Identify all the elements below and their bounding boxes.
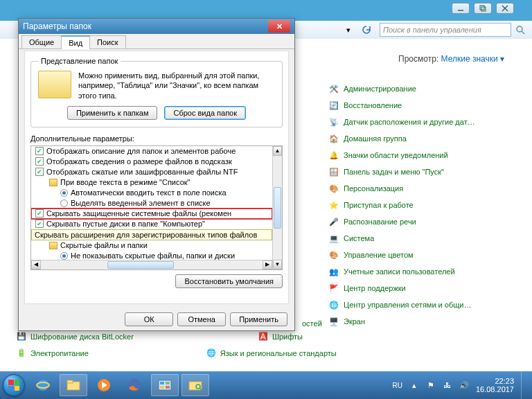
checkbox[interactable]: ✔	[35, 220, 44, 228]
radio[interactable]	[60, 252, 68, 260]
svg-rect-16	[166, 382, 170, 384]
taskbar-control-panel-icon[interactable]	[151, 374, 179, 396]
cp-link-label: Распознавание речи	[344, 218, 416, 226]
refresh-icon[interactable]	[359, 22, 374, 37]
tree-item-label: Скрытые файлы и папки	[60, 241, 148, 249]
tray-flag-icon[interactable]: ⚑	[426, 380, 436, 390]
cp-link-label: Центр поддержки	[344, 284, 406, 292]
cp-link[interactable]: 🎨Персонализация	[328, 180, 522, 197]
view-value[interactable]: Мелкие значки	[441, 54, 498, 64]
language-indicator[interactable]: RU	[392, 382, 402, 389]
window-close-button[interactable]	[496, 3, 514, 14]
category-icon: 🖥️	[328, 316, 339, 327]
dialog-close-button[interactable]: ✕	[268, 20, 290, 33]
tree-item[interactable]: ✔Скрывать защищенные системные файлы (ре…	[31, 209, 272, 219]
cp-link[interactable]: 🏠Домашняя группа	[328, 130, 522, 147]
tree-item[interactable]: ✔Отображать описание для папок и элемент…	[31, 146, 272, 157]
cp-link-label: Значки области уведомлений	[344, 151, 448, 159]
clock-date: 16.08.2017	[476, 385, 514, 393]
advanced-label: Дополнительные параметры:	[30, 134, 283, 143]
cp-link[interactable]: 🪟Панель задач и меню "Пуск"	[328, 163, 522, 180]
reset-folder-view-button[interactable]: Сброс вида папок	[164, 106, 246, 120]
category-icon: 🏠	[328, 133, 339, 144]
scroll-down-icon[interactable]: ▼	[273, 260, 282, 269]
clock-time: 22:23	[476, 377, 514, 385]
cp-link-label: Панель задач и меню "Пуск"	[344, 168, 444, 176]
cp-link[interactable]: 🚩Центр поддержки	[328, 280, 522, 296]
cp-link[interactable]: 🖥️Экран	[328, 313, 522, 330]
checkbox[interactable]: ✔	[35, 168, 44, 176]
restore-defaults-button[interactable]: Восстановить умолчания	[175, 274, 283, 288]
category-icon: ⭐	[328, 200, 339, 211]
cp-link[interactable]: 🌐Центр управления сетями и общи…	[328, 296, 522, 313]
window-maximize-button[interactable]	[474, 3, 492, 14]
category-icon: 🌐	[328, 299, 339, 310]
tray-network-icon[interactable]: 🖧	[443, 380, 452, 390]
checkbox[interactable]: ✔	[35, 157, 44, 166]
cp-link[interactable]: ⭐Приступая к работе	[328, 197, 522, 213]
folder-view-text: Можно применить вид, выбранный для этой …	[78, 71, 275, 100]
taskbar-clock[interactable]: 22:23 16.08.2017	[476, 377, 514, 393]
hscroll-left-icon[interactable]: ◀	[31, 260, 41, 269]
scrollbar-thumb[interactable]	[274, 187, 281, 229]
cp-link-label: Персонализация	[344, 184, 403, 193]
window-minimize-button[interactable]	[452, 3, 470, 14]
cp-link[interactable]: 🔄Восстановление	[328, 97, 522, 114]
cp-link[interactable]: 👥Учетные записи пользователей	[328, 263, 522, 280]
cp-link-label: Центр управления сетями и общи…	[344, 301, 471, 309]
taskbar-media-icon[interactable]	[90, 374, 118, 396]
cp-link[interactable]: 📡Датчик расположения и другие дат…	[328, 114, 522, 130]
category-icon: 🛠️	[328, 83, 339, 94]
tab-general[interactable]: Общие	[21, 35, 62, 48]
svg-rect-18	[166, 386, 170, 389]
checkbox[interactable]: ✔	[35, 147, 44, 155]
search-icon[interactable]	[513, 22, 528, 37]
scrollbar[interactable]: ▲ ▼	[272, 146, 282, 269]
radio[interactable]	[60, 200, 68, 207]
tree-item[interactable]: Автоматически вводить текст в поле поиск…	[31, 188, 272, 198]
taskbar-explorer-icon[interactable]	[60, 374, 87, 396]
start-button[interactable]	[0, 371, 28, 399]
tree-item[interactable]: ✔Отображать сжатые или зашифрованные фай…	[31, 167, 272, 177]
cp-link[interactable]: 🔋 Электропитание	[17, 348, 89, 357]
cp-link[interactable]: 🌐 Язык и региональные стандарты	[206, 348, 337, 357]
cancel-button[interactable]: Отмена	[177, 312, 226, 326]
apply-to-folders-button[interactable]: Применить к папкам	[67, 106, 158, 120]
cp-link-label: Домашняя группа	[344, 134, 407, 143]
cp-link[interactable]: 🅰️ Шрифты	[258, 332, 303, 341]
cp-link[interactable]: 💾 Шифрование диска BitLocker	[17, 332, 134, 341]
radio[interactable]	[60, 189, 68, 197]
category-icon: 👥	[328, 266, 339, 277]
cp-link[interactable]: 🎤Распознавание речи	[328, 213, 522, 230]
cp-link[interactable]: 🎨Управление цветом	[328, 247, 522, 263]
tab-search[interactable]: Поиск	[89, 35, 125, 48]
cp-link[interactable]: 🔔Значки области уведомлений	[328, 147, 522, 163]
taskbar-firefox-icon[interactable]	[121, 374, 148, 396]
control-panel-list: 🛠️Администрирование🔄Восстановление📡Датчи…	[328, 80, 522, 330]
search-placeholder: Поиск в панели управления	[383, 26, 481, 34]
tree-item-label: Автоматически вводить текст в поле поиск…	[71, 188, 227, 197]
chevron-down-icon[interactable]: ▾	[500, 54, 504, 64]
checkbox[interactable]: ✔	[35, 209, 44, 218]
tree-item[interactable]: ✔Скрывать пустые диски в папке "Компьюте…	[31, 219, 272, 229]
cp-link[interactable]: 💻Система	[328, 230, 522, 247]
show-desktop-button[interactable]	[521, 371, 528, 399]
cp-link[interactable]: 🛠️Администрирование	[328, 80, 522, 97]
ok-button[interactable]: ОК	[125, 312, 173, 326]
taskbar-ie-icon[interactable]	[29, 374, 57, 396]
tree-item-label: Скрывать защищенные системные файлы (рек…	[46, 209, 231, 218]
tree-item[interactable]: ✔Отображать сведения о размере файлов в …	[31, 157, 272, 167]
history-dropdown-icon[interactable]: ▾	[341, 22, 356, 37]
tab-view[interactable]: Вид	[61, 35, 90, 49]
taskbar-folder-options-icon[interactable]	[181, 374, 209, 396]
tray-chevron-up-icon[interactable]: ▴	[409, 380, 419, 390]
hscroll-right-icon[interactable]: ▶	[263, 260, 272, 269]
tree-item-label: Отображать сжатые или зашифрованные файл…	[46, 168, 238, 176]
search-input[interactable]: Поиск в панели управления	[380, 23, 511, 37]
tray-volume-icon[interactable]: 🔊	[459, 380, 469, 390]
apply-button[interactable]: Применить	[230, 312, 287, 326]
scroll-up-icon[interactable]: ▲	[273, 146, 282, 156]
hscrollbar-thumb[interactable]	[107, 261, 174, 269]
folder-options-dialog: Параметры папок ✕ Общие Вид Поиск Предст…	[18, 18, 295, 331]
tree-item[interactable]: Выделять введенный элемент в списке	[31, 198, 272, 209]
